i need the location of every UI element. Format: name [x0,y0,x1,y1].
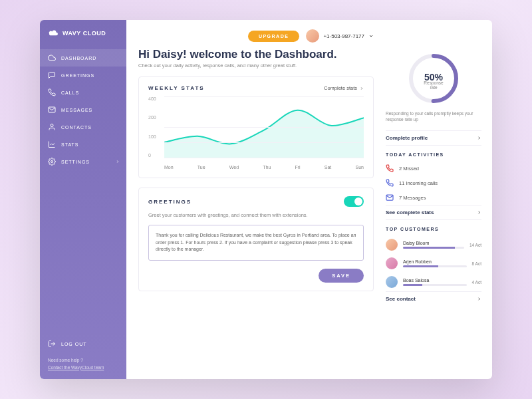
logout-button[interactable]: LOG OUT [48,336,118,352]
chat-icon [48,71,56,79]
activity-item: 11 Incoming calls [386,176,481,190]
x-tick: Tue [198,165,205,170]
customer-row: Boas Salosa4 Act [386,273,481,291]
activity-text: 11 Incoming calls [399,180,438,186]
nav-label: DASHBOARD [61,56,96,61]
avatar [306,29,319,43]
nav-label: MESSAGES [61,108,92,112]
brand-name: WAVY CLOUD [63,30,106,37]
center-column: UPGRADE +1-503-987-7177 Hi Daisy! welcom… [126,20,386,379]
logout-label: LOG OUT [61,340,87,348]
stats-icon [48,140,56,148]
weekly-chart: 4002001000 MonTueWedThuFriSatSun [148,96,364,170]
stats-title: WEEKLY STATS [148,85,205,91]
nav-label: CONTACTS [61,125,92,130]
incoming-icon [386,179,394,187]
chevron-right-icon [477,136,481,140]
avatar [386,239,398,251]
phone-icon [48,88,56,96]
avatar [386,276,398,288]
complete-stats-link[interactable]: Complete stats [324,85,364,91]
activity-item: 2 Missed [386,161,481,176]
gear-icon [48,158,56,166]
sidebar: WAVY CLOUD DASHBOARDGREETINGSCALLSMESSAG… [40,20,126,379]
y-tick: 400 [148,96,156,101]
see-stats-link[interactable]: See complete stats [386,205,481,219]
sidebar-item-messages[interactable]: MESSAGES [40,101,126,118]
greetings-title: GREETINGS [148,199,192,205]
upgrade-button[interactable]: UPGRADE [248,31,300,42]
svg-point-1 [51,124,53,127]
sidebar-item-contacts[interactable]: CONTACTS [40,118,126,136]
help-text: Need some help ? Contact the WavyCloud t… [48,357,118,371]
x-tick: Mon [164,165,174,170]
customer-row: Daisy Bloom14 Act [386,235,481,254]
user-menu[interactable]: +1-503-987-7177 [306,29,374,43]
chevron-right-icon [477,297,481,301]
nav-label: STATS [61,142,79,147]
customer-name: Arjen Robben [403,259,467,264]
greetings-toggle[interactable] [344,196,364,207]
greetings-card: GREETINGS Greet your customers with gree… [138,188,374,291]
page-title: Hi Daisy! welcome to the Dashboard. [138,48,374,61]
activity-item: 7 Messages [386,190,481,205]
x-tick: Sun [356,165,364,170]
customer-name: Boas Salosa [403,278,467,283]
nav-label: CALLS [61,90,79,95]
see-contact-link[interactable]: See contact [386,291,481,306]
gauge-label: Response rate [420,80,447,90]
nav-label: GREETINGS [61,73,94,78]
svg-point-2 [51,161,53,163]
activity-text: 7 Messages [399,195,426,201]
stats-card: WEEKLY STATS Complete stats 4002001000 [138,76,374,178]
contact-link[interactable]: Contact the WavyCloud team [48,364,118,371]
response-gauge: 50% Response rate [386,52,481,105]
cloud-icon [48,54,56,62]
complete-profile-link[interactable]: Complete profile [386,130,481,145]
right-column: 50% Response rate Responding to your cal… [386,20,492,379]
x-tick: Wed [229,165,239,170]
customer-value: 4 Act [472,280,481,285]
chevron-right-icon [116,160,120,164]
user-phone: +1-503-987-7177 [323,33,364,39]
sidebar-item-calls[interactable]: CALLS [40,84,126,101]
nav: DASHBOARDGREETINGSCALLSMESSAGESCONTACTSS… [40,47,126,328]
missed-icon [386,164,394,172]
sidebar-item-stats[interactable]: STATS [40,136,126,153]
chevron-right-icon [360,86,364,90]
avatar [386,257,398,269]
page-subtitle: Check out your daily activity, response … [138,63,374,68]
message-icon [386,194,394,201]
gauge-note: Responding to your calls promptly keeps … [386,110,481,122]
main: UPGRADE +1-503-987-7177 Hi Daisy! welcom… [126,20,492,379]
sidebar-item-settings[interactable]: SETTINGS [40,153,126,170]
activity-text: 2 Missed [399,166,419,172]
sidebar-item-dashboard[interactable]: DASHBOARD [40,49,126,66]
customers-title: TOP CUSTOMERS [386,219,481,235]
y-tick: 0 [148,153,156,158]
x-tick: Fri [295,165,300,170]
user-icon [48,123,56,131]
chevron-down-icon [368,33,374,39]
brand-logo: WAVY CLOUD [40,20,126,47]
y-tick: 200 [148,115,156,120]
customer-row: Arjen Robben8 Act [386,254,481,273]
chevron-right-icon [477,210,481,215]
x-tick: Sat [325,165,332,170]
greetings-desc: Greet your customers with greetings, and… [148,212,364,218]
topbar: UPGRADE +1-503-987-7177 [138,29,374,43]
customer-value: 14 Act [469,243,481,247]
sidebar-footer: LOG OUT Need some help ? Contact the Wav… [40,328,126,379]
mail-icon [48,106,56,114]
y-tick: 100 [148,134,156,139]
save-button[interactable]: SAVE [319,269,364,283]
activities-title: TODAY ACTIVITIES [386,145,481,161]
cloud-logo-icon [48,29,59,37]
x-tick: Thu [263,165,271,170]
customer-value: 8 Act [472,261,481,266]
nav-label: SETTINGS [61,160,90,164]
customer-name: Daisy Bloom [403,241,464,245]
logout-icon [48,340,56,348]
greetings-textarea[interactable]: Thank you for calling Delicious Restaura… [148,225,364,261]
sidebar-item-greetings[interactable]: GREETINGS [40,66,126,84]
